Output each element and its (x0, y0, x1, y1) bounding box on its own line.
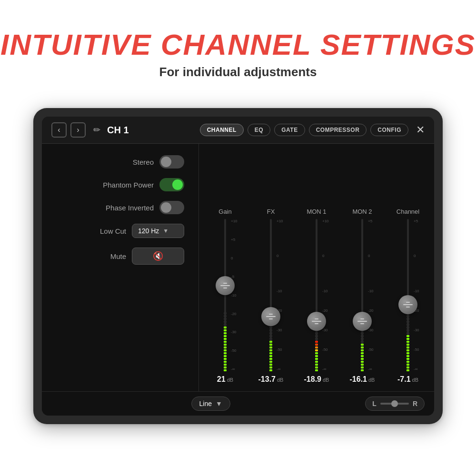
fader-fx-track-container: +10 0 -10 -20 -30 -50 -∞ (249, 219, 292, 371)
fader-channel-handle-inner (403, 304, 413, 305)
mute-button[interactable]: 🔇 (132, 248, 184, 265)
line-selector-arrow-icon: ▼ (216, 400, 222, 407)
line-selector-value: Line (199, 400, 212, 407)
fader-channel: Channel +5 0 -10 -20 -30 -50 (387, 208, 429, 384)
tab-channel[interactable]: CHANNEL (200, 124, 244, 136)
tab-gate[interactable]: GATE (274, 124, 305, 136)
fader-gain-value-row: 21 dB (217, 375, 233, 384)
fader-mon1-unit: dB (323, 377, 329, 383)
stereo-knob (161, 157, 171, 167)
fader-fx: FX +10 0 -10 -20 -30 -50 (249, 208, 292, 384)
fader-fx-value: -13.7 (258, 375, 276, 384)
pan-right-label: R (413, 400, 417, 407)
bottom-bar: Line ▼ L R (42, 391, 434, 416)
phase-inverted-label: Phase Inverted (56, 204, 154, 212)
fader-channel-unit: dB (412, 377, 418, 383)
fader-mon2: MON 2 +5 0 -10 -20 -30 -50 (341, 208, 384, 384)
subtitle: For individual adjustments (0, 65, 476, 79)
fader-mon2-handle-inner (357, 321, 367, 322)
fader-channel-label: Channel (397, 208, 419, 215)
controls-panel: Stereo Phantom Power Phase Inverted (42, 144, 199, 391)
next-button[interactable]: › (70, 122, 86, 138)
prev-button[interactable]: ‹ (51, 122, 67, 138)
tab-compressor[interactable]: COMPRESSOR (309, 124, 367, 136)
fader-channel-handle[interactable] (398, 295, 417, 314)
fader-fx-unit: dB (277, 377, 283, 383)
nav-left: ‹ › ✏ CH 1 (51, 122, 129, 138)
content-area: Stereo Phantom Power Phase Inverted (42, 144, 434, 391)
pan-slider-track[interactable] (380, 403, 409, 405)
fader-mon1-handle[interactable] (307, 312, 326, 331)
fader-mon1: MON 1 +10 0 -10 -20 -30 -50 (295, 208, 338, 384)
phantom-power-row: Phantom Power (56, 178, 184, 191)
phase-inverted-row: Phase Inverted (56, 201, 184, 214)
fader-fx-value-row: -13.7 dB (258, 375, 284, 384)
fader-gain-unit: dB (227, 377, 233, 383)
low-cut-label: Low Cut (56, 227, 126, 235)
fader-mon2-track: +5 0 -10 -20 -30 -50 -∞ (361, 219, 363, 371)
nav-tabs: CHANNEL EQ GATE COMPRESSOR CONFIG (200, 124, 408, 136)
fader-mon1-handle-inner (312, 321, 321, 322)
fader-channel-value-row: -7.1 dB (397, 375, 418, 384)
fader-mon2-track-container: +5 0 -10 -20 -30 -50 -∞ (341, 219, 384, 371)
pan-control[interactable]: L R (365, 397, 425, 411)
fader-mon2-value-row: -16.1 dB (350, 375, 375, 384)
mute-label: Mute (56, 252, 126, 260)
channel-name: CH 1 (107, 125, 129, 136)
fader-gain-value: 21 (217, 375, 226, 384)
fader-mon1-value: -18.9 (304, 375, 321, 384)
line-selector[interactable]: Line ▼ (191, 397, 230, 411)
fader-mon1-track-container: +10 0 -10 -20 -30 -50 -∞ (295, 219, 338, 371)
page-header: INTUITIVE CHANNEL SETTINGS For individua… (0, 0, 476, 89)
fader-fx-handle[interactable] (261, 307, 280, 326)
phase-inverted-toggle[interactable] (159, 201, 184, 214)
phase-inverted-knob (161, 202, 171, 213)
fader-fx-label: FX (267, 208, 275, 215)
fader-handle-inner (220, 285, 230, 286)
fader-mon2-label: MON 2 (352, 208, 372, 215)
edit-icon[interactable]: ✏ (93, 125, 100, 135)
fader-gain: Gain +10 +5 0 -5 -10 -20 -30 (204, 208, 247, 384)
fader-gain-track-container: +10 +5 0 -5 -10 -20 -30 -50 -∞ (204, 219, 247, 371)
tab-eq[interactable]: EQ (248, 124, 270, 136)
fader-channel-value: -7.1 (397, 375, 411, 384)
fader-channel-track-container: +5 0 -10 -20 -30 -50 -∞ (387, 219, 429, 371)
fader-mon2-value: -16.1 (350, 375, 367, 384)
tablet-screen: ‹ › ✏ CH 1 CHANNEL EQ GATE COMPRESSOR CO… (42, 117, 434, 416)
fader-mon2-handle[interactable] (353, 312, 372, 331)
fader-mon1-value-row: -18.9 dB (304, 375, 329, 384)
low-cut-value: 120 Hz (138, 227, 159, 235)
pan-slider-knob[interactable] (391, 400, 398, 407)
dropdown-arrow-icon: ▼ (163, 228, 169, 234)
fader-mon2-unit: dB (368, 377, 375, 383)
phantom-power-knob (172, 179, 183, 190)
faders-panel: Gain +10 +5 0 -5 -10 -20 -30 (199, 144, 434, 391)
fader-fx-track: +10 0 -10 -20 -30 -50 -∞ (270, 219, 272, 371)
stereo-toggle[interactable] (159, 155, 184, 169)
tablet-wrapper: ‹ › ✏ CH 1 CHANNEL EQ GATE COMPRESSOR CO… (33, 108, 443, 424)
low-cut-dropdown[interactable]: 120 Hz ▼ (132, 224, 184, 238)
tab-config[interactable]: CONFIG (370, 124, 408, 136)
fader-fx-handle-inner (266, 316, 276, 317)
nav-bar: ‹ › ✏ CH 1 CHANNEL EQ GATE COMPRESSOR CO… (42, 117, 434, 144)
stereo-row: Stereo (56, 155, 184, 169)
fader-mon1-track: +10 0 -10 -20 -30 -50 -∞ (316, 219, 317, 371)
phantom-power-label: Phantom Power (56, 181, 154, 189)
close-button[interactable]: ✕ (416, 124, 425, 136)
phantom-power-toggle[interactable] (159, 178, 184, 191)
fader-gain-handle[interactable] (216, 276, 235, 295)
fader-channel-track: +5 0 -10 -20 -30 -50 -∞ (407, 219, 409, 371)
stereo-label: Stereo (56, 158, 154, 166)
fader-gain-label: Gain (218, 208, 231, 215)
low-cut-row: Low Cut 120 Hz ▼ (56, 224, 184, 238)
fader-mon1-label: MON 1 (307, 208, 326, 215)
pan-left-label: L (372, 400, 377, 407)
main-title: INTUITIVE CHANNEL SETTINGS (0, 29, 476, 61)
mute-row: Mute 🔇 (56, 248, 184, 265)
fader-gain-track: +10 +5 0 -5 -10 -20 -30 -50 -∞ (224, 219, 226, 371)
mute-icon: 🔇 (153, 251, 163, 261)
